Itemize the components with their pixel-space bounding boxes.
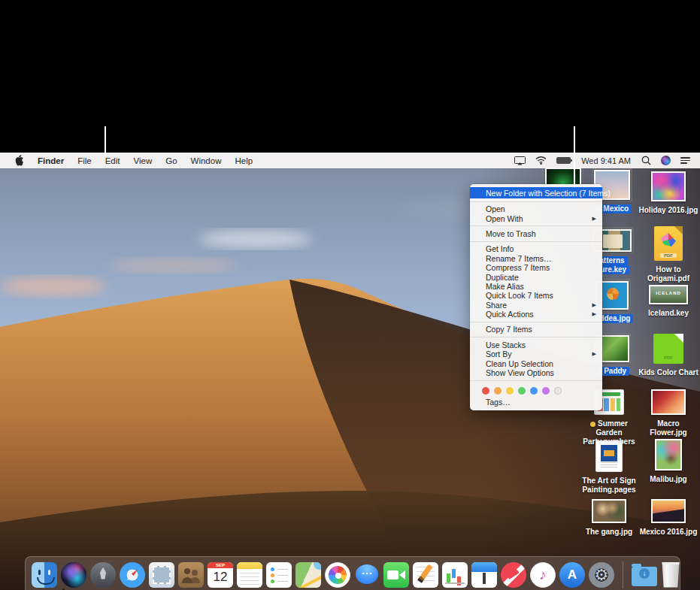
dock-messages-icon[interactable] <box>354 562 380 588</box>
dock-safari-icon[interactable] <box>120 562 145 588</box>
menu-item-rename-7-items[interactable]: Rename 7 Items… <box>470 254 602 263</box>
dock-photos-icon[interactable] <box>325 562 350 588</box>
dock-notes-icon[interactable] <box>237 562 262 588</box>
menu-item-new-folder-with-selection[interactable]: New Folder with Selection (7 Items) <box>470 187 602 198</box>
menu-item-duplicate[interactable]: Duplicate <box>470 272 602 281</box>
desktop-file-kids-color-chart[interactable]: PDF Kids Color Chart <box>638 331 698 377</box>
menubar-item-finder[interactable]: Finder <box>31 153 71 168</box>
tag-yellow[interactable] <box>506 387 514 395</box>
menu-item-label: Make Alias <box>486 282 524 291</box>
yellow-tag-dot <box>590 422 595 427</box>
desktop-file-sign-painting[interactable]: The Art of Sign Painting.pages <box>579 438 639 495</box>
menu-item-label: Quick Look 7 Items <box>486 291 553 300</box>
dock-calendar-icon[interactable]: SEP 12 <box>208 562 233 588</box>
tag-gray[interactable] <box>554 387 562 395</box>
menu-item-sort-by[interactable]: Sort By▶ <box>470 349 602 359</box>
menubar-item-edit[interactable]: Edit <box>98 153 127 168</box>
thumbnail-text: ICELAND <box>650 291 686 295</box>
appstore-a-glyph: A <box>568 567 577 582</box>
desktop[interactable]: w Mexico atterns ture.key el Idea.jpg e … <box>0 153 700 590</box>
menu-item-get-info[interactable]: Get Info <box>470 244 602 253</box>
notification-center-icon[interactable] <box>678 153 692 168</box>
dock-maps-icon[interactable] <box>295 562 321 588</box>
menu-separator <box>470 241 602 242</box>
dock-mail-icon[interactable] <box>149 562 174 588</box>
menu-item-use-stacks[interactable]: Use Stacks <box>470 340 602 349</box>
dock-news-icon[interactable] <box>501 562 526 588</box>
menu-item-open[interactable]: Open <box>470 204 602 213</box>
menubar-item-help[interactable]: Help <box>228 153 259 168</box>
file-label: Holiday 2016.jpg <box>639 206 698 214</box>
tag-green[interactable] <box>518 387 526 395</box>
menubar-item-window[interactable]: Window <box>184 153 229 168</box>
menu-item-move-to-trash[interactable]: Move to Trash <box>470 229 602 238</box>
menu-item-share[interactable]: Share▶ <box>470 301 602 310</box>
file-label-line2: Painting.pages <box>582 486 635 495</box>
menubar-item-go[interactable]: Go <box>159 153 183 168</box>
siri-icon[interactable] <box>659 153 673 168</box>
menu-item-quick-actions[interactable]: Quick Actions▶ <box>470 310 602 319</box>
dock-app-store-icon[interactable]: A <box>559 562 585 588</box>
dock-siri-icon[interactable] <box>61 562 86 588</box>
dock-finder-icon[interactable] <box>32 562 57 588</box>
menu-item-tags[interactable]: Tags… <box>470 398 602 407</box>
file-label: The gang.jpg <box>586 528 632 536</box>
dock-numbers-icon[interactable] <box>442 562 468 588</box>
menu-item-label: Rename 7 Items… <box>486 254 552 263</box>
menu-item-label: Tags… <box>486 398 511 407</box>
callout-line-selection <box>574 126 575 187</box>
menu-item-label: Share <box>486 301 507 310</box>
submenu-arrow-icon: ▶ <box>592 216 596 222</box>
dock-pages-icon[interactable] <box>413 562 438 588</box>
file-label: Kids Color Chart <box>638 368 698 377</box>
desktop-file-iceland-key[interactable]: ICELAND Iceland.key <box>638 283 698 318</box>
file-label: Iceland.key <box>648 309 689 317</box>
pdf-file-icon: PDF <box>653 334 683 364</box>
tag-purple[interactable] <box>542 387 550 395</box>
desktop-file-macro-flower[interactable]: Macro Flower.jpg <box>638 387 698 437</box>
menu-item-open-with[interactable]: Open With▶ <box>470 213 602 222</box>
battery-icon[interactable] <box>554 153 573 168</box>
dock-trash-icon[interactable] <box>661 562 680 588</box>
dock-downloads-folder-icon[interactable] <box>632 567 657 586</box>
menubar-item-view[interactable]: View <box>127 153 159 168</box>
pdf-badge: PDF <box>661 356 676 360</box>
spotlight-search-icon[interactable] <box>639 153 653 168</box>
dock-launchpad-icon[interactable] <box>90 562 116 588</box>
menu-item-clean-up-selection[interactable]: Clean Up Selection <box>470 359 602 368</box>
menu-item-copy-7-items[interactable]: Copy 7 Items <box>470 325 602 334</box>
menu-item-label: Compress 7 Items <box>486 263 550 272</box>
tag-blue[interactable] <box>530 387 538 395</box>
file-thumbnail <box>595 440 623 472</box>
calendar-day: 12 <box>208 568 233 586</box>
menubar-clock[interactable]: Wed 9:41 AM <box>578 156 634 165</box>
airplay-display-icon[interactable] <box>512 153 528 168</box>
dock-contacts-icon[interactable] <box>178 562 204 588</box>
tag-orange[interactable] <box>494 387 502 395</box>
menu-item-label: Move to Trash <box>486 229 536 238</box>
dock-itunes-icon[interactable]: ♪ <box>530 562 556 588</box>
menu-item-show-view-options[interactable]: Show View Options <box>470 368 602 377</box>
desktop-file-the-gang[interactable]: The gang.jpg <box>579 497 639 537</box>
dock-reminders-icon[interactable] <box>266 562 292 588</box>
apple-menu-icon[interactable] <box>8 153 31 168</box>
desktop-file-mexico-2016[interactable]: Mexico 2016.jpg <box>638 497 698 537</box>
dock-keynote-icon[interactable] <box>471 562 497 588</box>
menubar-item-file[interactable]: File <box>71 153 98 168</box>
desktop-file-holiday-2016[interactable]: Holiday 2016.jpg <box>638 169 698 215</box>
context-menu: New Folder with Selection (7 Items) Open… <box>470 184 602 410</box>
menu-item-label: Clean Up Selection <box>486 359 553 368</box>
file-label: Malibu.jpg <box>650 475 686 483</box>
file-thumbnail <box>592 499 626 523</box>
menu-item-quick-look-7-items[interactable]: Quick Look 7 Items <box>470 291 602 300</box>
dock-system-preferences-icon[interactable]: ⚙ <box>589 562 614 588</box>
desktop-file-how-to-origami[interactable]: PDF How to Origami.pdf <box>638 224 698 283</box>
dock-facetime-icon[interactable] <box>383 562 409 588</box>
desktop-file-malibu[interactable]: Malibu.jpg <box>638 437 698 484</box>
menu-separator <box>470 380 602 381</box>
menu-item-compress-7-items[interactable]: Compress 7 Items <box>470 263 602 272</box>
menu-item-make-alias[interactable]: Make Alias <box>470 282 602 291</box>
dock: SEP 12 ♪ A ⚙ <box>25 556 680 590</box>
wifi-icon[interactable] <box>533 153 549 168</box>
tag-red[interactable] <box>482 387 489 395</box>
